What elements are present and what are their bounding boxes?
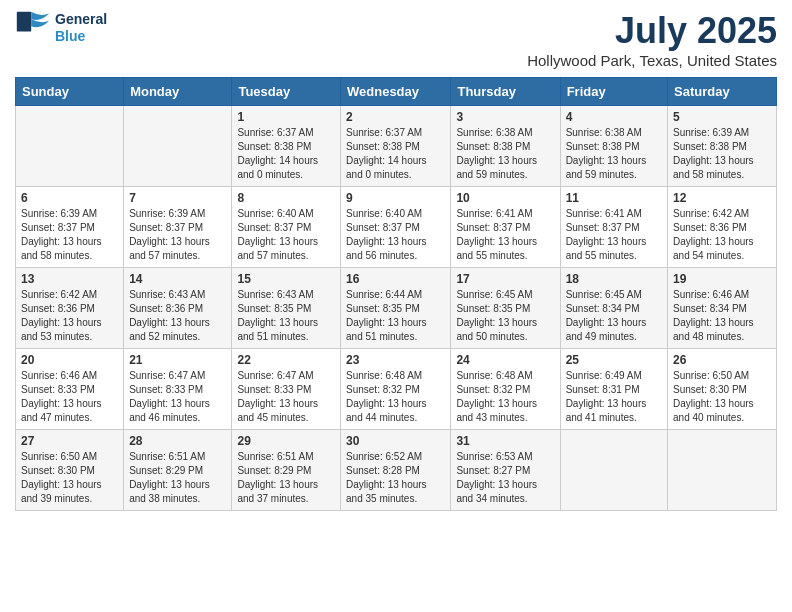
day-number: 23 (346, 353, 445, 367)
calendar-cell: 14Sunrise: 6:43 AMSunset: 8:36 PMDayligh… (124, 268, 232, 349)
day-number: 7 (129, 191, 226, 205)
cell-content: Sunrise: 6:47 AMSunset: 8:33 PMDaylight:… (129, 369, 226, 425)
logo-text: General Blue (55, 11, 107, 45)
cell-content: Sunrise: 6:45 AMSunset: 8:35 PMDaylight:… (456, 288, 554, 344)
cell-content: Sunrise: 6:51 AMSunset: 8:29 PMDaylight:… (237, 450, 335, 506)
cell-content: Sunrise: 6:37 AMSunset: 8:38 PMDaylight:… (237, 126, 335, 182)
calendar-cell: 23Sunrise: 6:48 AMSunset: 8:32 PMDayligh… (341, 349, 451, 430)
calendar-header-row: SundayMondayTuesdayWednesdayThursdayFrid… (16, 78, 777, 106)
cell-content: Sunrise: 6:38 AMSunset: 8:38 PMDaylight:… (456, 126, 554, 182)
title-area: July 2025 Hollywood Park, Texas, United … (527, 10, 777, 69)
calendar-cell: 13Sunrise: 6:42 AMSunset: 8:36 PMDayligh… (16, 268, 124, 349)
logo-icon (15, 10, 51, 46)
cell-content: Sunrise: 6:46 AMSunset: 8:34 PMDaylight:… (673, 288, 771, 344)
day-number: 1 (237, 110, 335, 124)
day-number: 19 (673, 272, 771, 286)
calendar-week-row: 6Sunrise: 6:39 AMSunset: 8:37 PMDaylight… (16, 187, 777, 268)
calendar-cell: 18Sunrise: 6:45 AMSunset: 8:34 PMDayligh… (560, 268, 667, 349)
column-header-friday: Friday (560, 78, 667, 106)
day-number: 13 (21, 272, 118, 286)
column-header-thursday: Thursday (451, 78, 560, 106)
calendar-cell: 8Sunrise: 6:40 AMSunset: 8:37 PMDaylight… (232, 187, 341, 268)
day-number: 10 (456, 191, 554, 205)
cell-content: Sunrise: 6:37 AMSunset: 8:38 PMDaylight:… (346, 126, 445, 182)
cell-content: Sunrise: 6:41 AMSunset: 8:37 PMDaylight:… (566, 207, 662, 263)
cell-content: Sunrise: 6:52 AMSunset: 8:28 PMDaylight:… (346, 450, 445, 506)
day-number: 14 (129, 272, 226, 286)
column-header-sunday: Sunday (16, 78, 124, 106)
calendar-cell (16, 106, 124, 187)
cell-content: Sunrise: 6:48 AMSunset: 8:32 PMDaylight:… (346, 369, 445, 425)
calendar-cell: 29Sunrise: 6:51 AMSunset: 8:29 PMDayligh… (232, 430, 341, 511)
calendar-cell: 1Sunrise: 6:37 AMSunset: 8:38 PMDaylight… (232, 106, 341, 187)
cell-content: Sunrise: 6:42 AMSunset: 8:36 PMDaylight:… (673, 207, 771, 263)
cell-content: Sunrise: 6:40 AMSunset: 8:37 PMDaylight:… (346, 207, 445, 263)
cell-content: Sunrise: 6:39 AMSunset: 8:37 PMDaylight:… (21, 207, 118, 263)
day-number: 20 (21, 353, 118, 367)
day-number: 2 (346, 110, 445, 124)
day-number: 26 (673, 353, 771, 367)
calendar-cell: 6Sunrise: 6:39 AMSunset: 8:37 PMDaylight… (16, 187, 124, 268)
cell-content: Sunrise: 6:50 AMSunset: 8:30 PMDaylight:… (673, 369, 771, 425)
day-number: 22 (237, 353, 335, 367)
logo: General Blue (15, 10, 107, 46)
cell-content: Sunrise: 6:40 AMSunset: 8:37 PMDaylight:… (237, 207, 335, 263)
calendar-cell: 19Sunrise: 6:46 AMSunset: 8:34 PMDayligh… (668, 268, 777, 349)
logo-line2: Blue (55, 28, 85, 44)
day-number: 9 (346, 191, 445, 205)
calendar-cell: 16Sunrise: 6:44 AMSunset: 8:35 PMDayligh… (341, 268, 451, 349)
column-header-wednesday: Wednesday (341, 78, 451, 106)
calendar-table: SundayMondayTuesdayWednesdayThursdayFrid… (15, 77, 777, 511)
calendar-week-row: 1Sunrise: 6:37 AMSunset: 8:38 PMDaylight… (16, 106, 777, 187)
calendar-cell: 31Sunrise: 6:53 AMSunset: 8:27 PMDayligh… (451, 430, 560, 511)
cell-content: Sunrise: 6:45 AMSunset: 8:34 PMDaylight:… (566, 288, 662, 344)
day-number: 29 (237, 434, 335, 448)
calendar-cell: 30Sunrise: 6:52 AMSunset: 8:28 PMDayligh… (341, 430, 451, 511)
calendar-cell: 11Sunrise: 6:41 AMSunset: 8:37 PMDayligh… (560, 187, 667, 268)
cell-content: Sunrise: 6:50 AMSunset: 8:30 PMDaylight:… (21, 450, 118, 506)
day-number: 28 (129, 434, 226, 448)
day-number: 18 (566, 272, 662, 286)
day-number: 5 (673, 110, 771, 124)
day-number: 30 (346, 434, 445, 448)
calendar-cell: 25Sunrise: 6:49 AMSunset: 8:31 PMDayligh… (560, 349, 667, 430)
cell-content: Sunrise: 6:42 AMSunset: 8:36 PMDaylight:… (21, 288, 118, 344)
cell-content: Sunrise: 6:51 AMSunset: 8:29 PMDaylight:… (129, 450, 226, 506)
day-number: 16 (346, 272, 445, 286)
calendar-cell: 3Sunrise: 6:38 AMSunset: 8:38 PMDaylight… (451, 106, 560, 187)
day-number: 25 (566, 353, 662, 367)
column-header-saturday: Saturday (668, 78, 777, 106)
column-header-tuesday: Tuesday (232, 78, 341, 106)
cell-content: Sunrise: 6:49 AMSunset: 8:31 PMDaylight:… (566, 369, 662, 425)
cell-content: Sunrise: 6:48 AMSunset: 8:32 PMDaylight:… (456, 369, 554, 425)
calendar-cell: 9Sunrise: 6:40 AMSunset: 8:37 PMDaylight… (341, 187, 451, 268)
day-number: 31 (456, 434, 554, 448)
cell-content: Sunrise: 6:53 AMSunset: 8:27 PMDaylight:… (456, 450, 554, 506)
day-number: 11 (566, 191, 662, 205)
day-number: 24 (456, 353, 554, 367)
column-header-monday: Monday (124, 78, 232, 106)
day-number: 21 (129, 353, 226, 367)
cell-content: Sunrise: 6:47 AMSunset: 8:33 PMDaylight:… (237, 369, 335, 425)
calendar-cell: 20Sunrise: 6:46 AMSunset: 8:33 PMDayligh… (16, 349, 124, 430)
cell-content: Sunrise: 6:43 AMSunset: 8:36 PMDaylight:… (129, 288, 226, 344)
calendar-cell: 12Sunrise: 6:42 AMSunset: 8:36 PMDayligh… (668, 187, 777, 268)
calendar-week-row: 27Sunrise: 6:50 AMSunset: 8:30 PMDayligh… (16, 430, 777, 511)
logo-line1: General (55, 11, 107, 28)
calendar-cell: 5Sunrise: 6:39 AMSunset: 8:38 PMDaylight… (668, 106, 777, 187)
day-number: 27 (21, 434, 118, 448)
calendar-cell: 27Sunrise: 6:50 AMSunset: 8:30 PMDayligh… (16, 430, 124, 511)
day-number: 8 (237, 191, 335, 205)
calendar-cell: 24Sunrise: 6:48 AMSunset: 8:32 PMDayligh… (451, 349, 560, 430)
page-header: General Blue July 2025 Hollywood Park, T… (15, 10, 777, 69)
calendar-cell: 7Sunrise: 6:39 AMSunset: 8:37 PMDaylight… (124, 187, 232, 268)
day-number: 12 (673, 191, 771, 205)
calendar-cell (668, 430, 777, 511)
cell-content: Sunrise: 6:43 AMSunset: 8:35 PMDaylight:… (237, 288, 335, 344)
calendar-cell: 4Sunrise: 6:38 AMSunset: 8:38 PMDaylight… (560, 106, 667, 187)
calendar-cell (560, 430, 667, 511)
day-number: 6 (21, 191, 118, 205)
calendar-cell: 22Sunrise: 6:47 AMSunset: 8:33 PMDayligh… (232, 349, 341, 430)
calendar-week-row: 20Sunrise: 6:46 AMSunset: 8:33 PMDayligh… (16, 349, 777, 430)
calendar-cell: 17Sunrise: 6:45 AMSunset: 8:35 PMDayligh… (451, 268, 560, 349)
